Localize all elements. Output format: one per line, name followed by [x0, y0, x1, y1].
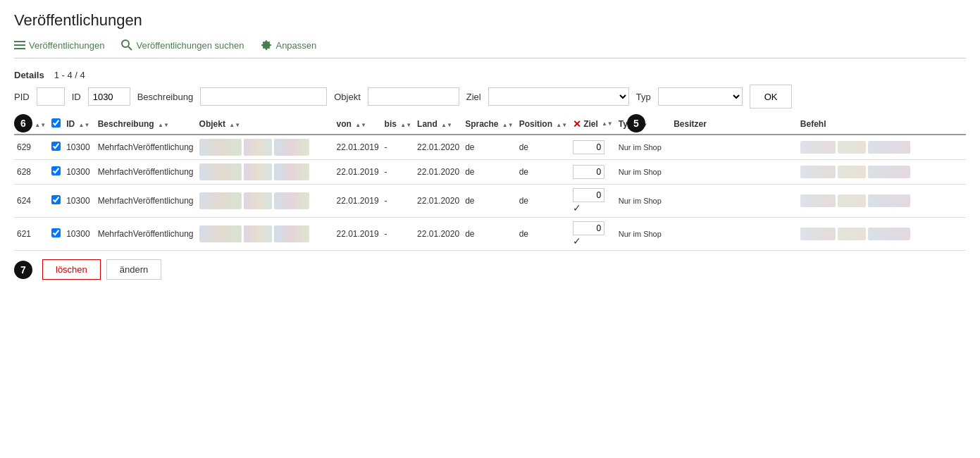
objekt-input[interactable]	[368, 87, 459, 106]
ziel-label: Ziel	[466, 92, 481, 102]
select-all-checkbox[interactable]	[51, 118, 61, 128]
toolbar-item-suchen[interactable]: Veröffentlichungen suchen	[121, 39, 244, 51]
position-sort-icon: ▲▼	[556, 123, 567, 128]
cell-objekt	[197, 160, 334, 185]
table-header-row: PID ▲▼ ID ▲▼ Beschreibung ▲▼	[14, 114, 966, 135]
cell-objekt	[197, 185, 334, 218]
ziel-value: Nur im Shop	[619, 197, 662, 205]
cell-von: 22.01.2019	[334, 185, 382, 218]
cell-position[interactable]: ✓	[570, 185, 616, 218]
col-id[interactable]: ID ▲▼	[63, 114, 94, 135]
ok-button[interactable]: OK	[750, 85, 793, 109]
col-besitzer[interactable]: Besitzer	[671, 114, 798, 135]
col-von[interactable]: von ▲▼	[334, 114, 382, 135]
svg-line-4	[128, 47, 132, 50]
cell-separator: -	[382, 218, 415, 251]
list-icon	[14, 39, 25, 51]
pid-input[interactable]	[37, 87, 65, 106]
row-checkbox[interactable]	[51, 195, 61, 204]
cell-sprache: de	[516, 185, 571, 218]
change-button[interactable]: ändern	[106, 259, 161, 280]
cell-sprache: de	[516, 160, 571, 185]
details-range: 1 - 4 / 4	[54, 70, 85, 80]
cell-checkbox[interactable]	[49, 160, 63, 185]
toolbar-label-suchen: Veröffentlichungen suchen	[136, 40, 244, 51]
page-title: Veröffentlichungen	[14, 11, 966, 30]
table-row: 628 10300 MehrfachVeröffentlichung 22.01…	[14, 160, 966, 185]
cell-id: 10300	[63, 135, 94, 160]
ziel-x-icon[interactable]: ✕	[573, 118, 581, 130]
svg-rect-0	[14, 41, 25, 42]
col-check[interactable]	[49, 114, 63, 135]
toolbar-item-anpassen[interactable]: Anpassen	[261, 39, 316, 51]
checkmark-icon: ✓	[573, 202, 581, 213]
cell-separator: -	[382, 135, 415, 160]
cell-typ	[671, 218, 798, 251]
col-sprache[interactable]: Sprache ▲▼	[462, 114, 516, 135]
cell-position[interactable]	[570, 135, 616, 160]
filter-area: Details 1 - 4 / 4	[14, 70, 966, 80]
table-row: 621 10300 MehrfachVeröffentlichung 22.01…	[14, 218, 966, 251]
bottom-area: 7 löschen ändern	[14, 259, 966, 280]
id-input[interactable]	[88, 87, 130, 106]
cell-separator: -	[382, 160, 415, 185]
cell-pid: 628	[14, 160, 49, 185]
cell-ziel: Nur im Shop	[616, 160, 671, 185]
cell-beschreibung: MehrfachVeröffentlichung	[95, 160, 197, 185]
annotation-7-badge: 7	[14, 261, 32, 279]
beschreibung-sort-icon: ▲▼	[158, 123, 169, 128]
cell-id: 10300	[63, 218, 94, 251]
cell-sprache: de	[516, 135, 571, 160]
beschreibung-input[interactable]	[200, 87, 327, 106]
ziel-select[interactable]: Nur im Shop	[488, 87, 629, 106]
table-row: 624 10300 MehrfachVeröffentlichung 22.01…	[14, 185, 966, 218]
cell-checkbox[interactable]	[49, 218, 63, 251]
position-input[interactable]	[573, 140, 604, 154]
col-position[interactable]: Position ▲▼	[516, 114, 571, 135]
cell-bis: 22.01.2020	[414, 185, 462, 218]
cell-position[interactable]: ✓	[570, 218, 616, 251]
search-icon	[121, 39, 132, 51]
beschreibung-label: Beschreibung	[137, 92, 194, 102]
col-beschreibung[interactable]: Beschreibung ▲▼	[95, 114, 197, 135]
cell-typ	[671, 160, 798, 185]
cell-id: 10300	[63, 160, 94, 185]
cell-von: 22.01.2019	[334, 218, 382, 251]
cell-befehl	[935, 160, 966, 185]
cell-land: de	[462, 185, 516, 218]
col-objekt[interactable]: Objekt ▲▼	[197, 114, 334, 135]
cell-checkbox[interactable]	[49, 135, 63, 160]
position-input[interactable]	[573, 188, 604, 202]
position-input[interactable]	[573, 221, 604, 235]
pid-label: PID	[14, 92, 30, 102]
delete-button[interactable]: löschen	[42, 259, 101, 280]
cell-typ	[671, 135, 798, 160]
filter-row: PID ID Beschreibung Objekt Ziel Nur im S…	[14, 85, 966, 109]
gear-icon	[261, 39, 272, 51]
row-checkbox[interactable]	[51, 142, 61, 151]
cell-position[interactable]	[570, 160, 616, 185]
col-bis[interactable]: bis ▲▼	[382, 114, 415, 135]
von-sort-icon: ▲▼	[355, 123, 366, 128]
row-checkbox[interactable]	[51, 228, 61, 237]
position-input[interactable]	[573, 165, 604, 179]
cell-bis: 22.01.2020	[414, 218, 462, 251]
svg-rect-1	[14, 44, 25, 46]
row-checkbox[interactable]	[51, 166, 61, 175]
cell-objekt	[197, 218, 334, 251]
cell-id: 10300	[63, 185, 94, 218]
cell-pid: 621	[14, 218, 49, 251]
col-ziel[interactable]: ✕ Ziel ▲▼	[570, 114, 616, 135]
land-sort-icon: ▲▼	[441, 123, 452, 128]
cell-sprache: de	[516, 218, 571, 251]
col-befehl: Befehl	[798, 114, 935, 135]
cell-pid: 629	[14, 135, 49, 160]
cell-von: 22.01.2019	[334, 135, 382, 160]
col-land[interactable]: Land ▲▼	[414, 114, 462, 135]
typ-select[interactable]	[658, 87, 743, 106]
cell-typ	[671, 185, 798, 218]
cell-bis: 22.01.2020	[414, 135, 462, 160]
toolbar-item-veroeffentlichungen[interactable]: Veröffentlichungen	[14, 39, 104, 51]
cell-checkbox[interactable]	[49, 185, 63, 218]
cell-ziel: Nur im Shop	[616, 185, 671, 218]
